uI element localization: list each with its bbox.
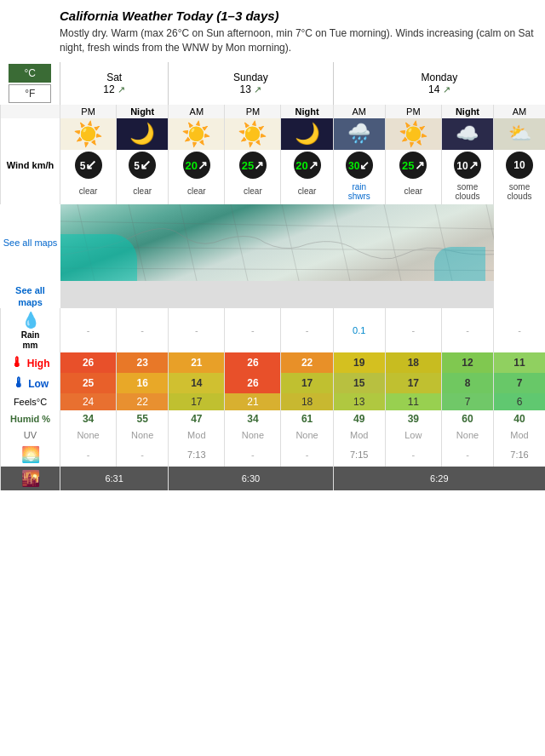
sunrise-row: 🌅 - - 7:13 - - 7:15 - - 7:16 <box>1 443 546 467</box>
humid-4: 61 <box>281 410 333 427</box>
high-7: 12 <box>441 352 493 373</box>
wind-6: 25↗ <box>385 150 441 180</box>
conditions-row: clear clear clear clear clear rainshwrs … <box>1 180 546 204</box>
wind-label: Wind km/h <box>1 150 60 180</box>
high-8: 11 <box>494 352 545 373</box>
fahrenheit-button[interactable]: °F <box>9 84 51 103</box>
cond-3: clear <box>225 180 281 204</box>
sunset-icon-cell: 🌇 <box>1 467 60 490</box>
sat-expand-icon[interactable]: ↗ <box>118 84 125 94</box>
period-8: AM <box>494 105 545 118</box>
humid-6: 39 <box>385 410 441 427</box>
rain-1: - <box>117 308 169 352</box>
humid-2: 47 <box>169 410 225 427</box>
svg-line-3 <box>231 204 248 281</box>
sunrise-4: - <box>281 443 333 467</box>
low-6: 17 <box>385 373 441 393</box>
sunset-row: 🌇 6:31 6:30 6:29 <box>1 467 546 490</box>
feels-8: 6 <box>494 393 545 410</box>
low-4: 17 <box>281 373 333 393</box>
see-all-maps-label[interactable]: See all maps <box>1 204 60 281</box>
uv-8: Mod <box>494 427 545 443</box>
low-label-cell: 🌡 Low <box>1 373 60 393</box>
uv-4: None <box>281 427 333 443</box>
svg-line-8 <box>486 204 494 281</box>
high-label-cell: 🌡 High <box>1 352 60 373</box>
feels-4: 18 <box>281 393 333 410</box>
sunrise-3: - <box>225 443 281 467</box>
uv-row: UV None None Mod None None Mod Low None … <box>1 427 546 443</box>
icon-8: ⛅ <box>494 118 545 150</box>
uv-6: Low <box>385 427 441 443</box>
rain-4: - <box>281 308 333 352</box>
day-monday: Monday 14 ↗ <box>333 62 545 105</box>
day-mon-name: Monday <box>421 72 457 83</box>
high-4: 22 <box>281 352 333 373</box>
feels-1: 22 <box>117 393 169 410</box>
feels-row: Feels°C 24 22 17 21 18 13 11 7 6 <box>1 393 546 410</box>
celsius-button[interactable]: °C <box>9 64 51 83</box>
feels-7: 7 <box>441 393 493 410</box>
mon-expand-icon[interactable]: ↗ <box>443 84 450 94</box>
low-7: 8 <box>441 373 493 393</box>
icon-row: ☀️ 🌙 ☀️ ☀️ 🌙 🌧️ ☀️ <box>1 118 546 150</box>
rain-2: - <box>169 308 225 352</box>
weather-table: °C °F Sat 12 ↗ Sunday 13 ↗ Monday 14 ↗ <box>0 62 545 490</box>
wind-8: 10 <box>494 150 545 180</box>
svg-line-6 <box>384 204 401 281</box>
sun-expand-icon[interactable]: ↗ <box>254 84 261 94</box>
day-sunday: Sunday 13 ↗ <box>169 62 333 105</box>
wind-7: 10↗ <box>441 150 493 180</box>
sunset-5: 6:29 <box>333 467 545 490</box>
header-section: California Weather Today (1–3 days) Most… <box>0 0 545 62</box>
sunrise-icon-cell: 🌅 <box>1 443 60 467</box>
day-sat-name: Sat <box>106 72 122 83</box>
uv-1: None <box>117 427 169 443</box>
low-0: 25 <box>60 373 117 393</box>
humid-1: 55 <box>117 410 169 427</box>
period-row: PM Night AM PM Night AM PM Night AM <box>1 105 546 118</box>
high-0: 26 <box>60 352 117 373</box>
period-5: AM <box>333 105 385 118</box>
high-1: 23 <box>117 352 169 373</box>
map-cell <box>60 204 494 281</box>
cond-2: clear <box>169 180 225 204</box>
unit-toggle-cell: °C °F <box>1 62 60 105</box>
cond-6: clear <box>385 180 441 204</box>
icon-6: ☀️ <box>385 118 441 150</box>
high-3: 26 <box>225 352 281 373</box>
uv-7: None <box>441 427 493 443</box>
cond-1: clear <box>117 180 169 204</box>
rain-row: 💧 Rainmm - - - - - 0.1 - - - <box>1 308 546 352</box>
sunrise-0: - <box>60 443 117 467</box>
low-3: 26 <box>225 373 281 393</box>
cond-8: someclouds <box>494 180 545 204</box>
wind-1: 5↙ <box>117 150 169 180</box>
day-sun-name: Sunday <box>233 72 268 83</box>
wind-row: Wind km/h 5↙ 5↙ 20↗ 25↗ 20↗ 30↙ 25↗ <box>1 150 546 180</box>
sunrise-8: 7:16 <box>494 443 545 467</box>
feels-2: 17 <box>169 393 225 410</box>
low-1: 16 <box>117 373 169 393</box>
wind-4: 20↗ <box>281 150 333 180</box>
cond-7: someclouds <box>441 180 493 204</box>
day-sat-num: 12 <box>103 83 114 95</box>
high-2: 21 <box>169 352 225 373</box>
wind-5: 30↙ <box>333 150 385 180</box>
map-row: See all maps <box>1 204 546 281</box>
period-label-cell <box>1 105 60 118</box>
sunrise-1: - <box>117 443 169 467</box>
low-5: 15 <box>333 373 385 393</box>
low-temp-row: 🌡 Low 25 16 14 26 17 15 17 8 7 <box>1 373 546 393</box>
humid-8: 40 <box>494 410 545 427</box>
period-3: PM <box>225 105 281 118</box>
humid-label-cell: Humid % <box>1 410 60 427</box>
weather-description: Mostly dry. Warm (max 26°C on Sun aftern… <box>60 26 535 55</box>
period-2: AM <box>169 105 225 118</box>
period-4: Night <box>281 105 333 118</box>
humid-5: 49 <box>333 410 385 427</box>
see-maps-row: See allmaps <box>1 281 546 308</box>
feels-6: 11 <box>385 393 441 410</box>
uv-label-cell: UV <box>1 427 60 443</box>
period-0: PM <box>60 105 117 118</box>
